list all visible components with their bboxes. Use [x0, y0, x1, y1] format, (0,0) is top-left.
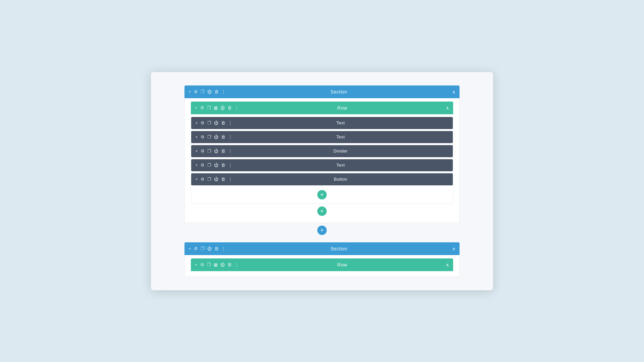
mod3-trash-icon[interactable]: 🗑	[221, 149, 225, 153]
section-1-add-icon[interactable]: +	[189, 89, 191, 94]
mod4-add-icon[interactable]: +	[195, 163, 198, 167]
module-divider-toolbar: + ⚙ ❐ ⏻ 🗑 ⋮	[195, 149, 232, 153]
mod5-trash-icon[interactable]: 🗑	[221, 177, 225, 181]
mod3-copy-icon[interactable]: ❐	[207, 149, 211, 153]
mod3-label: Divider	[232, 148, 449, 154]
section-2-power-icon[interactable]: ⏻	[207, 246, 212, 251]
browser-window: + ⚙ ❐ ⏻ 🗑 ⋮ Section ∧ + ⚙	[151, 72, 493, 290]
row-1-gear-icon[interactable]: ⚙	[200, 106, 204, 110]
add-buttons-after-row: +	[188, 204, 456, 217]
mod2-power-icon[interactable]: ⏻	[214, 135, 218, 139]
section-1-content: + ⚙ ❐ ▦ ⏻ 🗑 ⋮ Row ∧	[184, 98, 460, 223]
mod5-label: Button	[232, 177, 449, 182]
mod1-trash-icon[interactable]: 🗑	[221, 121, 225, 125]
mod5-add-icon[interactable]: +	[195, 177, 198, 181]
section-1-dots-icon[interactable]: ⋮	[221, 89, 226, 94]
row-1-chevron-icon[interactable]: ∧	[446, 105, 449, 111]
section-1-power-icon[interactable]: ⏻	[207, 89, 212, 94]
row2-copy-icon[interactable]: ❐	[207, 262, 211, 267]
add-row-button[interactable]: +	[317, 206, 327, 216]
mod4-dots-icon[interactable]: ⋮	[228, 163, 232, 167]
row-1-label: Row	[239, 105, 446, 111]
section-1-gear-icon[interactable]: ⚙	[194, 89, 198, 94]
row-1-trash-icon[interactable]: 🗑	[227, 106, 232, 110]
module-text-3: + ⚙ ❐ ⏻ 🗑 ⋮ Text	[191, 159, 453, 171]
row2-dots-icon[interactable]: ⋮	[234, 262, 239, 267]
section-2-label: Section	[226, 246, 452, 251]
row-1-bar: + ⚙ ❐ ▦ ⏻ 🗑 ⋮ Row ∧	[191, 102, 453, 114]
module-text-2: + ⚙ ❐ ⏻ 🗑 ⋮ Text	[191, 131, 453, 143]
section-2-toolbar: + ⚙ ❐ ⏻ 🗑 ⋮	[189, 246, 226, 251]
section-2-content: + ⚙ ❐ ▦ ⏻ 🗑 ⋮ Row ∧	[184, 255, 460, 277]
row2-add-icon[interactable]: +	[195, 262, 198, 267]
row-1-grid-icon[interactable]: ▦	[214, 106, 218, 110]
mod1-copy-icon[interactable]: ❐	[207, 121, 211, 125]
row-1-content: + ⚙ ❐ ⏻ 🗑 ⋮ Text +	[191, 117, 453, 204]
row-2-chevron-icon[interactable]: ∧	[446, 262, 449, 267]
section-2-dots-icon[interactable]: ⋮	[221, 246, 226, 251]
module-text-2-toolbar: + ⚙ ❐ ⏻ 🗑 ⋮	[195, 135, 232, 139]
section-1-bar: + ⚙ ❐ ⏻ 🗑 ⋮ Section ∧	[184, 85, 460, 98]
row2-gear-icon[interactable]: ⚙	[200, 262, 204, 267]
row-1-dots-icon[interactable]: ⋮	[234, 106, 239, 110]
mod5-power-icon[interactable]: ⏻	[214, 177, 218, 181]
mod2-dots-icon[interactable]: ⋮	[228, 135, 232, 139]
add-buttons-between-sections: +	[184, 223, 460, 236]
module-text-1-toolbar: + ⚙ ❐ ⏻ 🗑 ⋮	[195, 121, 232, 125]
module-button: + ⚙ ❐ ⏻ 🗑 ⋮ Button	[191, 173, 453, 185]
add-section-button[interactable]: +	[317, 226, 327, 235]
mod1-label: Text	[232, 120, 449, 125]
mod3-gear-icon[interactable]: ⚙	[201, 149, 205, 153]
row-1: + ⚙ ❐ ▦ ⏻ 🗑 ⋮ Row ∧	[188, 102, 456, 204]
mod2-copy-icon[interactable]: ❐	[207, 135, 211, 139]
section-1: + ⚙ ❐ ⏻ 🗑 ⋮ Section ∧ + ⚙	[184, 85, 460, 223]
row-1-toolbar: + ⚙ ❐ ▦ ⏻ 🗑 ⋮	[195, 106, 239, 110]
mod2-trash-icon[interactable]: 🗑	[221, 135, 225, 139]
section-2: + ⚙ ❐ ⏻ 🗑 ⋮ Section ∧ + ⚙	[184, 236, 460, 277]
mod4-trash-icon[interactable]: 🗑	[221, 163, 225, 167]
row-2: + ⚙ ❐ ▦ ⏻ 🗑 ⋮ Row ∧	[188, 258, 456, 271]
module-divider: + ⚙ ❐ ⏻ 🗑 ⋮ Divider	[191, 145, 453, 157]
section-1-copy-icon[interactable]: ❐	[201, 89, 205, 94]
mod4-label: Text	[232, 163, 449, 168]
section-1-label: Section	[226, 89, 452, 95]
row2-power-icon[interactable]: ⏻	[220, 262, 225, 267]
mod2-label: Text	[232, 134, 449, 139]
mod1-add-icon[interactable]: +	[195, 121, 198, 125]
row-2-toolbar: + ⚙ ❐ ▦ ⏻ 🗑 ⋮	[195, 262, 239, 267]
mod4-power-icon[interactable]: ⏻	[214, 163, 218, 167]
mod1-dots-icon[interactable]: ⋮	[228, 121, 232, 125]
section-1-chevron-icon[interactable]: ∧	[452, 89, 455, 95]
row-1-add-icon[interactable]: +	[195, 106, 198, 110]
mod3-dots-icon[interactable]: ⋮	[228, 149, 232, 153]
section-2-add-icon[interactable]: +	[189, 246, 191, 251]
section-2-gear-icon[interactable]: ⚙	[194, 246, 198, 251]
mod5-copy-icon[interactable]: ❐	[207, 177, 211, 181]
mod2-gear-icon[interactable]: ⚙	[201, 135, 205, 139]
section-1-trash-icon[interactable]: 🗑	[214, 89, 219, 94]
row-2-bar: + ⚙ ❐ ▦ ⏻ 🗑 ⋮ Row ∧	[191, 258, 453, 271]
mod4-gear-icon[interactable]: ⚙	[201, 163, 205, 167]
builder-area: + ⚙ ❐ ⏻ 🗑 ⋮ Section ∧ + ⚙	[151, 85, 493, 277]
mod5-dots-icon[interactable]: ⋮	[228, 177, 232, 181]
row-1-copy-icon[interactable]: ❐	[207, 106, 211, 110]
mod5-gear-icon[interactable]: ⚙	[201, 177, 205, 181]
mod1-gear-icon[interactable]: ⚙	[201, 121, 205, 125]
mod3-power-icon[interactable]: ⏻	[214, 149, 218, 153]
row2-trash-icon[interactable]: 🗑	[227, 262, 232, 267]
row-2-label: Row	[239, 262, 446, 267]
section-2-bar: + ⚙ ❐ ⏻ 🗑 ⋮ Section ∧	[184, 242, 460, 255]
mod4-copy-icon[interactable]: ❐	[207, 163, 211, 167]
section-2-copy-icon[interactable]: ❐	[201, 246, 205, 251]
add-buttons-inside-row: +	[191, 187, 453, 201]
mod1-power-icon[interactable]: ⏻	[214, 121, 218, 125]
section-2-chevron-icon[interactable]: ∧	[452, 246, 455, 251]
module-button-toolbar: + ⚙ ❐ ⏻ 🗑 ⋮	[195, 177, 232, 181]
mod3-add-icon[interactable]: +	[195, 149, 198, 153]
module-text-1: + ⚙ ❐ ⏻ 🗑 ⋮ Text	[191, 117, 453, 129]
row-1-power-icon[interactable]: ⏻	[220, 106, 225, 110]
mod2-add-icon[interactable]: +	[195, 135, 198, 139]
add-module-button[interactable]: +	[317, 190, 327, 199]
row2-grid-icon[interactable]: ▦	[214, 262, 218, 267]
section-2-trash-icon[interactable]: 🗑	[214, 246, 219, 251]
